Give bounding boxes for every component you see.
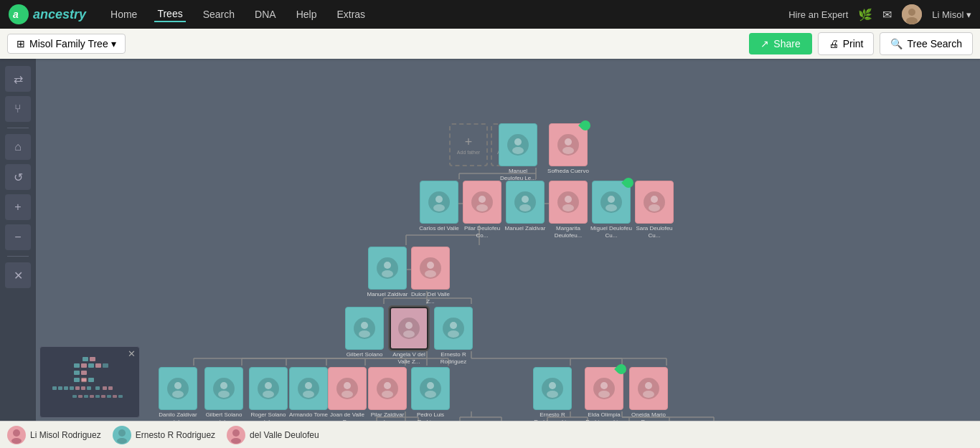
person-card-oneida_m[interactable]: Oneida Mario Ruz... [628, 367, 669, 421]
person-card-danilo_sz[interactable]: Danilo Zaldivar del... [157, 367, 199, 421]
sidebar-zoom-out-icon[interactable]: − [5, 224, 31, 250]
person-card-manuel_z[interactable]: Manuel Zaldivar [367, 247, 408, 298]
person-name-pilar_sz: Pilar Zaldivar de... [367, 411, 408, 421]
person-card-manuel_z2[interactable]: Manuel Zaldivar [504, 181, 546, 232]
share-button[interactable]: ↗ Share [749, 33, 811, 54]
tree-search-icon: 🔍 [890, 38, 903, 49]
person-card-miguel_d[interactable]: Miguel Deulofeu Cu... [590, 181, 632, 239]
nav-home[interactable]: Home [108, 7, 140, 22]
svg-rect-148 [108, 386, 113, 390]
person-card-sara_d[interactable]: Sara Deulofeu Cu... [633, 181, 675, 239]
svg-point-161 [117, 438, 127, 444]
svg-rect-146 [95, 386, 100, 390]
svg-point-81 [427, 262, 434, 269]
person-card-joan_dv[interactable]: Joan de Valle D... [326, 367, 368, 421]
nav-extras[interactable]: Extras [334, 7, 368, 22]
person-name-angela_v: Angela V del Valle Z... [388, 351, 430, 365]
person-card-roger_s[interactable]: Roger Solano del... [248, 367, 289, 421]
person-card-armando_t[interactable]: Armando Tome [288, 367, 329, 419]
svg-point-106 [598, 391, 610, 398]
svg-rect-154 [101, 395, 105, 398]
person-card-manuel_dl[interactable]: Manuel Deulofeu Le... [497, 123, 539, 181]
svg-point-63 [514, 138, 522, 146]
sidebar-dna-icon[interactable]: ⑂ [5, 96, 31, 122]
person-card-gilbert_s[interactable]: Gilbert Solano [344, 307, 385, 358]
bottom-person-1[interactable]: Li Misol Rodriguez [7, 426, 101, 444]
svg-point-87 [450, 322, 457, 329]
sidebar-divider-1 [7, 128, 29, 128]
nav-dna[interactable]: DNA [252, 7, 279, 22]
person-card-elda_o[interactable]: Elda Olimpia Rodriguez Li... [583, 367, 625, 421]
person-avatar-manuel_z [377, 257, 398, 279]
sidebar-collapse-icon[interactable]: ✕ [5, 262, 31, 288]
sidebar-refresh-icon[interactable]: ↺ [5, 164, 31, 190]
nav-help[interactable]: Help [293, 7, 320, 22]
svg-point-82 [425, 270, 436, 277]
mail-icon[interactable]: ✉ [882, 8, 892, 22]
person-card-ernesto_r[interactable]: Ernesto R Rodriguez [433, 307, 474, 365]
person-card-sofia_c[interactable]: Sofheda Cuervo [547, 123, 589, 175]
person-card-dulce_dv[interactable]: Dulce Del Valle Z... [410, 247, 451, 305]
svg-rect-157 [118, 395, 123, 398]
add-father-placeholder[interactable]: + Add father [449, 123, 488, 166]
person-avatar-danilo_sz [167, 378, 189, 399]
person-avatar-elda_o [593, 378, 615, 399]
person-name-ernesto_r: Ernesto R Rodriguez [433, 351, 474, 365]
person-avatar-armando_t [298, 378, 319, 399]
person-card-pilar_sz[interactable]: Pilar Zaldivar de... [367, 367, 408, 421]
bottom-name-1: Li Misol Rodriguez [30, 430, 101, 440]
svg-rect-150 [78, 395, 83, 398]
svg-point-2 [908, 9, 915, 16]
sidebar-zoom-in-icon[interactable]: + [5, 194, 31, 220]
sidebar-share-icon[interactable]: ⇄ [5, 66, 31, 92]
person-avatar-dulce_dv [420, 257, 441, 279]
svg-rect-137 [81, 378, 87, 382]
print-button[interactable]: 🖨 Print [818, 32, 875, 55]
svg-point-84 [403, 330, 415, 338]
svg-point-83 [405, 322, 413, 329]
person-card-ernesto_rl[interactable]: Ernesto R Rodriguez Li... [532, 367, 573, 421]
person-card-angela_v[interactable]: Angela V del Valle Z... [388, 307, 430, 365]
person-card-gilbert_sd[interactable]: Gilbert Solano del... [203, 367, 245, 421]
svg-point-162 [232, 429, 240, 437]
person-name-armando_t: Armando Tome [289, 411, 328, 419]
logo-area[interactable]: a ancestry [9, 4, 86, 24]
user-avatar[interactable] [902, 4, 922, 24]
svg-point-68 [433, 204, 445, 211]
bottom-person-2[interactable]: Ernesto R Rodriguez [113, 426, 215, 444]
svg-point-105 [600, 382, 608, 389]
person-name-joan_dv: Joan de Valle D... [326, 411, 368, 421]
family-tree-selector[interactable]: ⊞ Misol Family Tree ▾ [7, 34, 126, 54]
nav-trees[interactable]: Trees [154, 6, 185, 22]
tree-search-button[interactable]: 🔍 Tree Search [880, 32, 973, 55]
person-card-margarita_d[interactable]: Margarita Deulofeu... [547, 181, 589, 239]
svg-rect-135 [81, 371, 87, 375]
nav-search[interactable]: Search [200, 7, 237, 22]
user-name[interactable]: Li Misol ▾ [932, 9, 971, 20]
print-label: Print [843, 38, 864, 49]
leaf-icon[interactable]: 🌿 [858, 8, 872, 22]
svg-rect-129 [74, 363, 80, 368]
hire-expert-link[interactable]: Hire an Expert [788, 9, 848, 20]
svg-rect-141 [64, 386, 68, 390]
person-avatar-ernesto_r [443, 318, 464, 339]
bottom-avatar-3 [227, 426, 245, 444]
person-name-danilo_sz: Danilo Zaldivar del... [157, 411, 199, 421]
svg-point-86 [359, 330, 370, 338]
person-card-pilar_d[interactable]: Pilar Deulofeu Co... [461, 181, 503, 239]
person-avatar-angela_v [398, 318, 420, 339]
minimap-close-button[interactable]: ✕ [128, 349, 136, 358]
sidebar-home-icon[interactable]: ⌂ [5, 134, 31, 160]
person-card-carlos_dv[interactable]: Carlos del Valle [418, 181, 460, 232]
svg-rect-144 [81, 386, 85, 390]
svg-rect-142 [70, 386, 74, 390]
svg-point-94 [263, 391, 274, 398]
bottom-person-3[interactable]: del Valle Deulofeu [227, 426, 319, 444]
person-name-sofia_c: Sofheda Cuervo [547, 168, 589, 175]
person-name-elda_o: Elda Olimpia Rodriguez Li... [583, 411, 625, 421]
svg-rect-151 [84, 395, 88, 398]
svg-point-66 [562, 147, 574, 154]
svg-rect-149 [72, 395, 77, 398]
person-card-pedro_lr[interactable]: Pedro Luis Rodriguez [410, 367, 451, 421]
share-label: Share [773, 38, 800, 49]
